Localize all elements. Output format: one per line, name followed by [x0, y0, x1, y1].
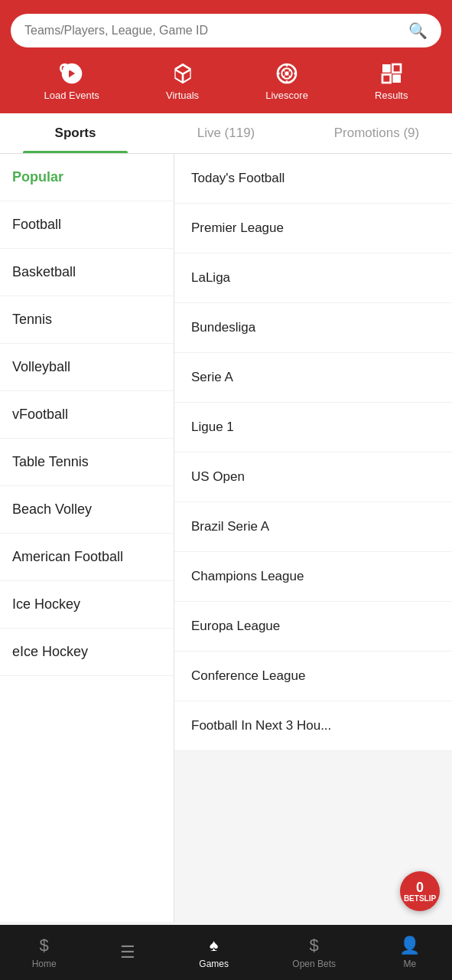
- league-item-champions-league[interactable]: Champions League: [174, 552, 452, 602]
- nav-item-load-events[interactable]: Load Events: [44, 61, 99, 101]
- sidebar-item-eice-hockey[interactable]: eIce Hockey: [0, 629, 174, 676]
- bottom-nav-home[interactable]: $ Home: [24, 929, 64, 975]
- games-icon: ♠: [210, 936, 219, 956]
- league-item-football-next-3[interactable]: Football In Next 3 Hou...: [174, 701, 452, 751]
- svg-rect-9: [392, 74, 401, 83]
- bottom-nav-open-bets[interactable]: $ Open Bets: [285, 929, 343, 975]
- sidebar-item-vfootball[interactable]: vFootball: [0, 391, 174, 439]
- svg-point-4: [285, 71, 288, 75]
- sidebar-item-ice-hockey[interactable]: Ice Hockey: [0, 581, 174, 629]
- nav-item-livescore[interactable]: Livescore: [265, 61, 308, 101]
- nav-label-load-events: Load Events: [44, 90, 99, 101]
- header: 🔍 Load Events Virtuals: [0, 0, 452, 113]
- league-item-laliga[interactable]: LaLiga: [174, 253, 452, 303]
- livescore-icon: [275, 61, 299, 86]
- svg-rect-7: [392, 64, 401, 73]
- bottom-nav-games[interactable]: ♠ Games: [191, 929, 236, 975]
- league-item-premier-league[interactable]: Premier League: [174, 204, 452, 253]
- league-item-europa-league[interactable]: Europa League: [174, 602, 452, 652]
- bottom-nav-menu[interactable]: ☰: [112, 936, 143, 969]
- menu-icon: ☰: [120, 942, 135, 962]
- open-bets-icon: $: [310, 936, 319, 956]
- virtuals-icon: [171, 61, 195, 86]
- league-item-us-open[interactable]: US Open: [174, 452, 452, 502]
- nav-label-results: Results: [375, 90, 408, 101]
- svg-rect-6: [382, 64, 391, 73]
- search-input[interactable]: [24, 24, 408, 38]
- load-events-icon: [60, 61, 84, 86]
- sidebar-item-volleyball[interactable]: Volleyball: [0, 344, 174, 391]
- bottom-nav: $ Home ☰ ♠ Games $ Open Bets 👤 Me: [0, 925, 452, 980]
- bottom-nav-home-label: Home: [32, 959, 57, 969]
- betslip-button[interactable]: 0 BETSLIP: [400, 871, 440, 911]
- sidebar-item-football[interactable]: Football: [0, 201, 174, 249]
- home-icon: $: [40, 936, 49, 956]
- results-icon: [379, 61, 404, 86]
- tab-live[interactable]: Live (119): [151, 113, 301, 153]
- search-bar[interactable]: 🔍: [11, 14, 441, 47]
- league-list: Today's Football Premier League LaLiga B…: [174, 154, 452, 922]
- league-item-ligue-1[interactable]: Ligue 1: [174, 403, 452, 452]
- tabs-bar: Sports Live (119) Promotions (9): [0, 113, 452, 154]
- tab-sports[interactable]: Sports: [0, 113, 151, 153]
- tab-promotions[interactable]: Promotions (9): [301, 113, 452, 153]
- league-item-todays-football[interactable]: Today's Football: [174, 154, 452, 204]
- nav-icons: Load Events Virtuals Livescore: [11, 61, 441, 106]
- betslip-count: 0: [416, 880, 424, 894]
- league-item-brazil-serie-a[interactable]: Brazil Serie A: [174, 502, 452, 552]
- sidebar-item-tennis[interactable]: Tennis: [0, 296, 174, 344]
- svg-rect-8: [382, 74, 391, 83]
- sidebar-item-popular[interactable]: Popular: [0, 154, 174, 201]
- league-item-serie-a[interactable]: Serie A: [174, 353, 452, 403]
- me-icon: 👤: [399, 936, 420, 956]
- sidebar-item-beach-volley[interactable]: Beach Volley: [0, 486, 174, 534]
- main-content: Popular Football Basketball Tennis Volle…: [0, 154, 452, 922]
- betslip-label: BETSLIP: [404, 894, 436, 903]
- league-item-bundesliga[interactable]: Bundesliga: [174, 303, 452, 353]
- sidebar-item-american-football[interactable]: American Football: [0, 534, 174, 581]
- sidebar: Popular Football Basketball Tennis Volle…: [0, 154, 174, 922]
- nav-label-livescore: Livescore: [265, 90, 308, 101]
- nav-item-results[interactable]: Results: [375, 61, 408, 101]
- nav-label-virtuals: Virtuals: [166, 90, 199, 101]
- sidebar-item-table-tennis[interactable]: Table Tennis: [0, 439, 174, 486]
- bottom-nav-open-bets-label: Open Bets: [292, 959, 336, 969]
- league-item-conference-league[interactable]: Conference League: [174, 652, 452, 701]
- bottom-nav-games-label: Games: [199, 959, 229, 969]
- search-icon: 🔍: [408, 21, 428, 40]
- sidebar-item-basketball[interactable]: Basketball: [0, 249, 174, 296]
- bottom-nav-me[interactable]: 👤 Me: [392, 929, 428, 975]
- nav-item-virtuals[interactable]: Virtuals: [166, 61, 199, 101]
- bottom-nav-me-label: Me: [403, 959, 416, 969]
